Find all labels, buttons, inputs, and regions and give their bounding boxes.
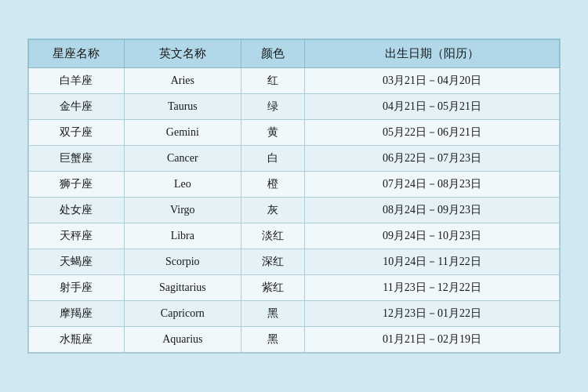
cell-color: 绿 xyxy=(241,94,304,120)
cell-english: Capricorn xyxy=(124,301,241,327)
cell-chinese: 巨蟹座 xyxy=(29,146,125,172)
cell-date: 07月24日－08月23日 xyxy=(305,172,560,198)
table-row: 射手座Sagittarius紫红11月23日－12月22日 xyxy=(29,275,560,301)
cell-date: 04月21日－05月21日 xyxy=(305,94,560,120)
table-row: 双子座Gemini黄05月22日－06月21日 xyxy=(29,120,560,146)
cell-english: Aries xyxy=(124,68,241,94)
zodiac-table: 星座名称 英文名称 颜色 出生日期（阳历） 白羊座Aries红03月21日－04… xyxy=(28,39,560,353)
header-english: 英文名称 xyxy=(124,40,241,68)
cell-color: 淡红 xyxy=(241,223,304,249)
cell-english: Leo xyxy=(124,172,241,198)
cell-english: Aquarius xyxy=(124,327,241,353)
cell-color: 红 xyxy=(241,68,304,94)
cell-english: Gemini xyxy=(124,120,241,146)
cell-color: 橙 xyxy=(241,172,304,198)
cell-date: 03月21日－04月20日 xyxy=(305,68,560,94)
cell-english: Scorpio xyxy=(124,249,241,275)
table-row: 白羊座Aries红03月21日－04月20日 xyxy=(29,68,560,94)
table-row: 天蝎座Scorpio深红10月24日－11月22日 xyxy=(29,249,560,275)
cell-english: Virgo xyxy=(124,198,241,223)
table-row: 天秤座Libra淡红09月24日－10月23日 xyxy=(29,223,560,249)
cell-color: 黑 xyxy=(241,327,304,353)
table-row: 金牛座Taurus绿04月21日－05月21日 xyxy=(29,94,560,120)
cell-chinese: 狮子座 xyxy=(29,172,125,198)
header-date: 出生日期（阳历） xyxy=(305,40,560,68)
cell-color: 黑 xyxy=(241,301,304,327)
header-color: 颜色 xyxy=(241,40,304,68)
cell-chinese: 处女座 xyxy=(29,198,125,223)
table-row: 水瓶座Aquarius黑01月21日－02月19日 xyxy=(29,327,560,353)
cell-chinese: 天蝎座 xyxy=(29,249,125,275)
cell-date: 11月23日－12月22日 xyxy=(305,275,560,301)
cell-english: Libra xyxy=(124,223,241,249)
cell-english: Cancer xyxy=(124,146,241,172)
cell-date: 01月21日－02月19日 xyxy=(305,327,560,353)
cell-chinese: 金牛座 xyxy=(29,94,125,120)
cell-date: 08月24日－09月23日 xyxy=(305,198,560,223)
cell-color: 白 xyxy=(241,146,304,172)
cell-date: 05月22日－06月21日 xyxy=(305,120,560,146)
cell-color: 灰 xyxy=(241,198,304,223)
table-row: 处女座Virgo灰08月24日－09月23日 xyxy=(29,198,560,223)
cell-chinese: 白羊座 xyxy=(29,68,125,94)
table-row: 摩羯座Capricorn黑12月23日－01月22日 xyxy=(29,301,560,327)
table-header-row: 星座名称 英文名称 颜色 出生日期（阳历） xyxy=(29,40,560,68)
zodiac-table-container: 星座名称 英文名称 颜色 出生日期（阳历） 白羊座Aries红03月21日－04… xyxy=(27,38,561,354)
table-row: 巨蟹座Cancer白06月22日－07月23日 xyxy=(29,146,560,172)
cell-chinese: 水瓶座 xyxy=(29,327,125,353)
cell-english: Taurus xyxy=(124,94,241,120)
cell-color: 紫红 xyxy=(241,275,304,301)
cell-date: 12月23日－01月22日 xyxy=(305,301,560,327)
cell-color: 深红 xyxy=(241,249,304,275)
table-body: 白羊座Aries红03月21日－04月20日金牛座Taurus绿04月21日－0… xyxy=(29,68,560,353)
cell-date: 09月24日－10月23日 xyxy=(305,223,560,249)
cell-english: Sagittarius xyxy=(124,275,241,301)
cell-chinese: 双子座 xyxy=(29,120,125,146)
table-row: 狮子座Leo橙07月24日－08月23日 xyxy=(29,172,560,198)
cell-chinese: 天秤座 xyxy=(29,223,125,249)
cell-chinese: 射手座 xyxy=(29,275,125,301)
cell-date: 06月22日－07月23日 xyxy=(305,146,560,172)
cell-color: 黄 xyxy=(241,120,304,146)
header-chinese: 星座名称 xyxy=(29,40,125,68)
cell-chinese: 摩羯座 xyxy=(29,301,125,327)
cell-date: 10月24日－11月22日 xyxy=(305,249,560,275)
